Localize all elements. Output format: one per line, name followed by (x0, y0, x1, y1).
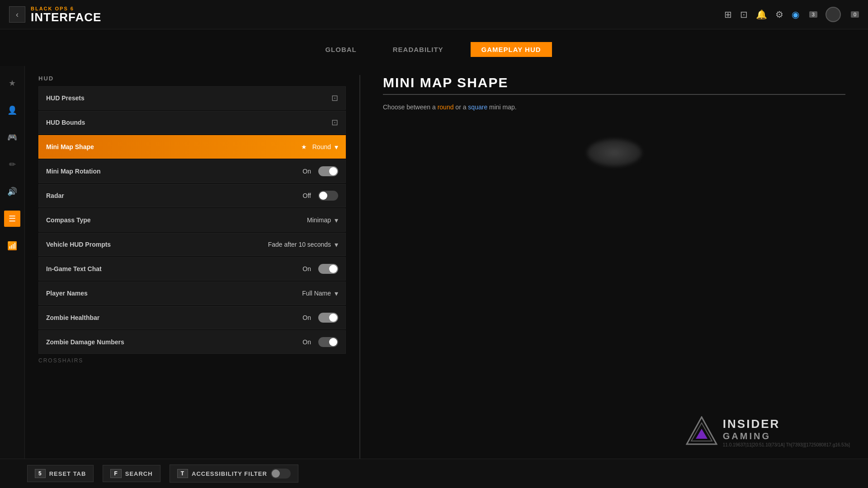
setting-row-zombie-damage[interactable]: Zombie Damage Numbers On (38, 330, 346, 354)
setting-row-vehicle-hud[interactable]: Vehicle HUD Prompts Fade after 10 second… (38, 233, 346, 256)
setting-label-hud-bounds: HUD Bounds (46, 119, 331, 126)
setting-label-zombie-healthbar: Zombie Healthbar (46, 314, 302, 321)
sidebar-icon-pencil[interactable]: ✏ (4, 156, 20, 173)
user-badge: 0 (851, 11, 859, 18)
setting-label-player-names: Player Names (46, 290, 302, 297)
settings-list: HUD Presets ⊡ HUD Bounds ⊡ Mini Map Shap… (38, 86, 346, 354)
toggle-knob-zombie-damage (329, 338, 337, 346)
sidebar-icon-person[interactable]: 👤 (4, 102, 20, 118)
setting-row-mini-map-shape[interactable]: Mini Map Shape ★ Round ▾ (38, 135, 346, 159)
toggle-wrap-zombie-damage: On (302, 337, 338, 347)
setting-row-player-names[interactable]: Player Names Full Name ▾ (38, 282, 346, 305)
setting-label-hud-presets: HUD Presets (46, 94, 331, 102)
setting-label-mini-map-shape: Mini Map Shape (46, 143, 296, 150)
circle-badge: 3 (809, 11, 817, 18)
avatar[interactable] (826, 7, 841, 22)
reset-tab-label: RESET TAB (49, 470, 86, 477)
accessibility-toggle[interactable] (271, 469, 291, 479)
accessibility-key: T (177, 469, 188, 478)
sidebar-icon-star[interactable]: ★ (4, 75, 20, 91)
tab-global[interactable]: GLOBAL (316, 42, 365, 57)
reset-tab-key: 5 (35, 469, 46, 478)
bottom-bar: 5 RESET TAB F SEARCH T ACCESSIBILITY FIL… (0, 459, 868, 488)
accessibility-toggle-knob (272, 469, 280, 478)
setting-row-zombie-healthbar[interactable]: Zombie Healthbar On (38, 306, 346, 329)
toggle-wrap-radar: Off (303, 191, 338, 201)
topbar: ‹ BLACK OPS 6 INTERFACE ⊞ ⊡ 🔔 ⚙ ◉ 3 0 (0, 0, 868, 29)
bell-icon[interactable]: 🔔 (756, 9, 767, 20)
logo-main: INTERFACE (31, 11, 101, 23)
circle-progress-icon[interactable]: ◉ (792, 9, 799, 20)
watermark-version: 11.0.19637|11[20:51.10|73/1A] Th[7393|][… (723, 442, 850, 447)
toggle-zombie-damage[interactable] (318, 337, 338, 347)
setting-value-zombie-damage: On (302, 338, 311, 346)
back-button[interactable]: ‹ (9, 6, 25, 23)
toggle-radar[interactable] (318, 191, 338, 201)
vertical-divider (359, 75, 360, 475)
toggle-knob-chat (329, 265, 337, 273)
section-title: HUD (38, 75, 346, 82)
search-button[interactable]: F SEARCH (103, 465, 160, 482)
toggle-wrap-zombie-health: On (302, 313, 338, 323)
section-hint: CROSSHAIRS (38, 357, 346, 364)
detail-title: Mini Map Shape (383, 75, 845, 95)
tabs-area: GLOBAL READABILITY GAMEPLAY HUD (0, 29, 868, 66)
search-label: SEARCH (125, 470, 153, 477)
highlight-square: square (468, 103, 487, 111)
star-icon-mini-map: ★ (301, 143, 307, 150)
gear-icon[interactable]: ⚙ (775, 9, 783, 20)
watermark-insider-label: INSIDER (723, 417, 850, 431)
setting-row-mini-map-rotation[interactable]: Mini Map Rotation On (38, 160, 346, 183)
setting-label-compass-type: Compass Type (46, 216, 307, 224)
chevron-down-icon-players: ▾ (335, 289, 338, 298)
setting-row-hud-bounds[interactable]: HUD Bounds ⊡ (38, 111, 346, 134)
setting-row-hud-presets[interactable]: HUD Presets ⊡ (38, 86, 346, 110)
detail-panel: Mini Map Shape Choose between a round or… (374, 75, 854, 475)
setting-value-radar: Off (303, 192, 311, 199)
left-sidebar: ★ 👤 🎮 ✏ 🔊 ☰ 📶 (0, 66, 25, 484)
toggle-knob (329, 167, 337, 175)
setting-value-compass-type: Minimap (307, 216, 331, 224)
main-layout: ★ 👤 🎮 ✏ 🔊 ☰ 📶 HUD HUD Presets ⊡ HUD Boun… (0, 66, 868, 484)
toggle-zombie-healthbar[interactable] (318, 313, 338, 323)
setting-label-text-chat: In-Game Text Chat (46, 265, 302, 272)
map-preview (383, 139, 845, 166)
setting-value-player-names: Full Name (302, 290, 331, 297)
sidebar-icon-speaker[interactable]: 🔊 (4, 183, 20, 200)
detail-description: Choose between a round or a square mini … (383, 102, 845, 112)
setting-label-vehicle-hud: Vehicle HUD Prompts (46, 241, 268, 248)
setting-label-zombie-damage: Zombie Damage Numbers (46, 338, 302, 346)
watermark-logo-icon (686, 416, 717, 448)
toggle-text-chat[interactable] (318, 264, 338, 274)
setting-row-text-chat[interactable]: In-Game Text Chat On (38, 257, 346, 281)
toggle-mini-map-rotation[interactable] (318, 166, 338, 176)
watermark-text: INSIDER GAMING 11.0.19637|11[20:51.10|73… (723, 417, 850, 447)
toggle-knob-radar (319, 192, 327, 200)
accessibility-label: ACCESSIBILITY FILTER (192, 470, 267, 477)
reset-tab-button[interactable]: 5 RESET TAB (27, 465, 94, 482)
grid-icon[interactable]: ⊞ (724, 9, 732, 20)
setting-row-radar[interactable]: Radar Off (38, 184, 346, 207)
chevron-down-icon-vehicle: ▾ (335, 240, 338, 249)
sidebar-icon-controller[interactable]: 🎮 (4, 129, 20, 145)
setting-value-zombie-health: On (302, 314, 311, 321)
setting-label-radar: Radar (46, 192, 303, 199)
map-shape-preview (587, 139, 642, 166)
toggle-wrap-chat: On (302, 264, 338, 274)
sidebar-icon-list[interactable]: ☰ (4, 211, 20, 227)
sidebar-icon-wifi[interactable]: 📶 (4, 238, 20, 254)
watermark-gaming-label: GAMING (723, 431, 850, 441)
search-key: F (110, 469, 121, 478)
chevron-down-icon-compass: ▾ (335, 216, 338, 225)
setting-row-compass-type[interactable]: Compass Type Minimap ▾ (38, 208, 346, 232)
chevron-down-icon: ▾ (335, 143, 338, 151)
accessibility-filter-button[interactable]: T ACCESSIBILITY FILTER (170, 465, 298, 483)
external-link-icon: ⊡ (331, 93, 338, 103)
tab-readability[interactable]: READABILITY (384, 42, 453, 57)
watermark: INSIDER GAMING 11.0.19637|11[20:51.10|73… (686, 416, 850, 448)
setting-label-mini-map-rotation: Mini Map Rotation (46, 168, 302, 175)
tab-gameplay-hud[interactable]: GAMEPLAY HUD (471, 42, 552, 57)
topbar-right: ⊞ ⊡ 🔔 ⚙ ◉ 3 0 (724, 7, 859, 22)
setting-value-mini-map-shape: Round (312, 143, 331, 150)
camera-icon[interactable]: ⊡ (740, 9, 748, 20)
